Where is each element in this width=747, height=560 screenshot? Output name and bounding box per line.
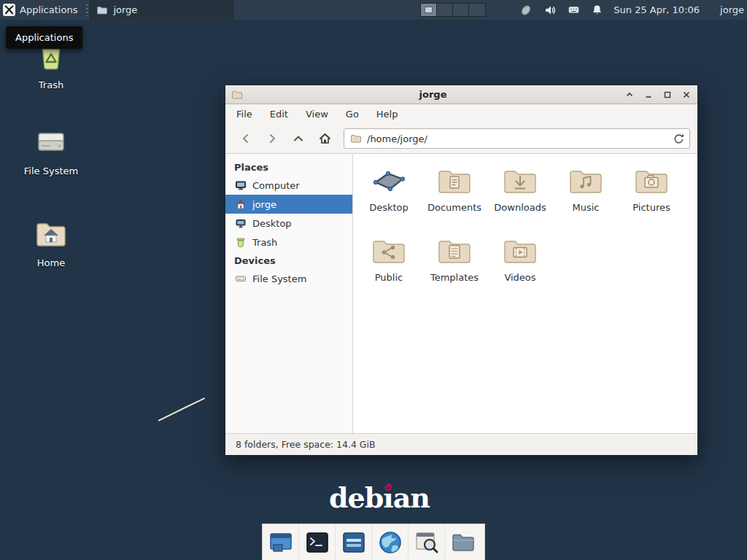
file-name: Pictures	[632, 202, 670, 213]
show-desktop-icon	[268, 529, 294, 556]
file-manager-folder-icon	[450, 529, 476, 556]
file-grid: Desktop Documents Downloads Music	[353, 154, 697, 433]
workspace-1[interactable]	[421, 4, 437, 16]
drive-icon	[16, 124, 86, 160]
menu-view[interactable]: View	[306, 109, 328, 120]
desktop-icon-home[interactable]: Home	[16, 216, 86, 268]
sidebar-header-devices: Devices	[225, 252, 352, 269]
file-item-videos[interactable]: Videos	[487, 233, 553, 303]
location-input[interactable]	[367, 133, 673, 144]
panel-drag-handle[interactable]	[86, 4, 88, 16]
forward-button[interactable]	[259, 128, 285, 149]
file-name: Public	[375, 272, 403, 283]
sidebar-header-places: Places	[225, 158, 352, 176]
workspace-window-preview	[425, 7, 433, 13]
notification-bell-icon[interactable]	[591, 4, 603, 16]
taskbar-window-button[interactable]: jorge	[90, 0, 233, 20]
workspace-3[interactable]	[453, 4, 469, 16]
location-bar[interactable]	[344, 128, 690, 149]
desktop-icon-file-system[interactable]: File System	[16, 124, 86, 176]
desktop-icon-label: File System	[16, 166, 86, 176]
window-title: jorge	[243, 89, 623, 100]
pictures-folder-icon	[632, 163, 670, 196]
file-item-documents[interactable]: Documents	[422, 163, 487, 233]
documents-folder-icon	[436, 163, 473, 196]
home-icon	[235, 198, 247, 210]
home-button[interactable]	[311, 128, 338, 149]
file-item-templates[interactable]: Templates	[422, 233, 487, 303]
desktop-icon	[235, 217, 247, 229]
computer-icon	[235, 179, 247, 191]
home-folder-icon	[16, 216, 86, 252]
close-button[interactable]	[680, 88, 693, 101]
file-item-public[interactable]: Public	[356, 233, 422, 303]
menu-file[interactable]: File	[236, 109, 252, 120]
menu-help[interactable]: Help	[376, 109, 398, 120]
clock[interactable]: Sun 25 Apr, 10:06	[614, 4, 700, 15]
minimize-button[interactable]	[642, 88, 655, 101]
file-item-music[interactable]: Music	[553, 163, 619, 233]
workspace-4[interactable]	[469, 4, 485, 16]
sidebar-item-jorge[interactable]: jorge	[225, 195, 352, 214]
applications-menu-label: Applications	[20, 4, 77, 15]
application-finder-icon	[414, 529, 440, 556]
window-folder-icon[interactable]	[231, 89, 243, 101]
sidebar-item-label: Trash	[252, 237, 277, 248]
file-item-downloads[interactable]: Downloads	[487, 163, 553, 233]
back-button[interactable]	[233, 128, 259, 149]
maximize-button[interactable]	[661, 88, 674, 101]
file-name: Videos	[504, 272, 535, 283]
debian-logo: debıan	[321, 481, 438, 514]
public-folder-icon	[370, 233, 408, 266]
workspace-2[interactable]	[437, 4, 453, 16]
debian-logo-text: deb	[329, 481, 383, 514]
web-browser-globe-icon	[377, 529, 403, 556]
sidebar-item-file-system[interactable]: File System	[225, 269, 352, 288]
volume-icon[interactable]	[543, 4, 557, 17]
videos-folder-icon	[501, 233, 539, 266]
shade-button[interactable]	[623, 88, 636, 101]
dock	[262, 524, 485, 560]
file-name: Templates	[430, 272, 479, 283]
file-item-pictures[interactable]: Pictures	[619, 163, 684, 233]
debian-logo-i: ı	[383, 481, 392, 514]
applications-menu-button[interactable]: Applications	[0, 0, 85, 20]
mail-reader-icon	[341, 529, 367, 556]
music-folder-icon	[567, 163, 605, 196]
sidebar-item-label: Computer	[252, 180, 300, 191]
dock-application-finder[interactable]	[409, 524, 445, 560]
sidebar-item-trash[interactable]: Trash	[225, 233, 352, 252]
menu-edit[interactable]: Edit	[270, 109, 288, 120]
sidebar-item-desktop[interactable]: Desktop	[225, 214, 352, 233]
debian-swirl-icon	[384, 483, 392, 491]
pointer-trail	[158, 397, 206, 421]
sidebar-item-label: Desktop	[252, 218, 292, 229]
workspace-switcher	[420, 3, 486, 17]
terminal-icon	[304, 529, 330, 556]
statusbar: 8 folders, Free space: 14.4 GiB	[225, 433, 697, 455]
file-name: Downloads	[494, 202, 546, 213]
dock-mail-reader[interactable]	[336, 524, 372, 560]
drive-icon	[235, 273, 247, 284]
file-item-desktop[interactable]: Desktop	[356, 163, 422, 233]
sidebar: Places Computer jorge Desktop Trash Devi…	[225, 154, 353, 433]
sidebar-item-computer[interactable]: Computer	[225, 176, 352, 195]
dock-file-manager[interactable]	[445, 524, 481, 560]
desktop-icon-label: Home	[16, 257, 86, 268]
file-name: Desktop	[369, 202, 409, 213]
desktop-icon-label: Trash	[16, 79, 86, 90]
keyboard-icon[interactable]	[568, 4, 580, 16]
dock-show-desktop[interactable]	[263, 524, 299, 560]
dock-web-browser[interactable]	[372, 524, 409, 560]
mouse-icon[interactable]	[519, 4, 533, 17]
downloads-folder-icon	[501, 163, 539, 196]
desktop-folder-icon	[370, 163, 408, 196]
dock-terminal[interactable]	[299, 524, 336, 560]
applications-tooltip: Applications	[6, 26, 82, 49]
up-button[interactable]	[285, 128, 311, 149]
menu-go[interactable]: Go	[346, 109, 359, 120]
titlebar[interactable]: jorge	[225, 85, 697, 104]
panel-username[interactable]: jorge	[720, 4, 744, 15]
reload-icon[interactable]	[673, 133, 684, 144]
templates-folder-icon	[436, 233, 473, 266]
